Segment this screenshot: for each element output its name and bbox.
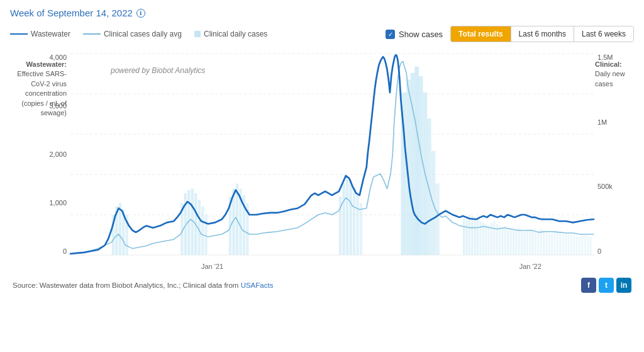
legend-clinical-avg-icon	[83, 33, 101, 35]
y-tick-right-1.5m: 1.5M	[594, 54, 634, 61]
last-6-months-button[interactable]: Last 6 months	[511, 26, 574, 42]
x-label-jan22: Jan '22	[519, 263, 541, 270]
svg-rect-63	[523, 232, 525, 255]
show-cases-label: Show cases	[399, 30, 443, 39]
legend-clinical-daily-label: Clinical daily cases	[204, 30, 267, 38]
last-6-weeks-button[interactable]: Last 6 weeks	[574, 26, 633, 42]
svg-rect-64	[526, 230, 528, 255]
svg-rect-35	[342, 183, 345, 255]
svg-rect-83	[579, 237, 580, 255]
legend-wastewater-label: Wastewater	[31, 30, 70, 38]
svg-rect-14	[435, 183, 440, 255]
info-icon[interactable]: ℹ	[136, 9, 145, 18]
legend-clinical-daily-icon	[194, 31, 201, 37]
svg-rect-37	[349, 180, 352, 255]
legend-clinical-avg: Clinical cases daily avg	[83, 30, 182, 38]
svg-rect-43	[469, 215, 470, 255]
y-tick-3000: 3,000	[10, 102, 70, 110]
svg-rect-59	[513, 230, 514, 255]
svg-rect-68	[537, 230, 539, 255]
svg-rect-45	[474, 217, 476, 255]
week-title: Week of September 14, 2022	[10, 8, 133, 18]
svg-rect-40	[360, 203, 362, 255]
svg-rect-48	[482, 222, 484, 255]
controls-row: Wastewater Clinical cases daily avg Clin…	[10, 26, 634, 42]
show-cases-checkbox[interactable]: ✓	[386, 30, 395, 39]
svg-rect-12	[427, 118, 431, 255]
svg-rect-66	[531, 230, 533, 255]
y-tick-0: 0	[10, 247, 70, 255]
svg-rect-77	[562, 234, 564, 255]
svg-rect-38	[353, 187, 355, 255]
svg-rect-76	[559, 233, 561, 255]
svg-rect-61	[518, 228, 520, 255]
svg-rect-80	[570, 236, 572, 255]
svg-rect-69	[540, 229, 542, 255]
y-tick-4000: 4,000	[10, 54, 70, 61]
chart-legend: Wastewater Clinical cases daily avg Clin…	[10, 30, 267, 38]
svg-rect-49	[485, 224, 487, 255]
show-cases-wrapper: ✓ Show cases	[386, 30, 443, 39]
chart-area: Wastewater: Effective SARS-CoV-2 virus c…	[10, 47, 634, 274]
svg-rect-70	[543, 230, 545, 255]
y-tick-1000: 1,000	[10, 199, 70, 207]
svg-rect-84	[581, 236, 583, 255]
source-text: Source: Wastewater data from Biobot Anal…	[13, 281, 273, 289]
y-tick-right-1m: 1M	[594, 118, 634, 126]
svg-rect-56	[504, 226, 506, 255]
svg-rect-86	[587, 236, 589, 255]
svg-rect-9	[414, 67, 419, 255]
svg-rect-87	[589, 237, 591, 255]
svg-rect-82	[576, 236, 578, 255]
svg-rect-55	[501, 228, 503, 255]
y-tick-right-0: 0	[594, 247, 634, 255]
y-tick-right-500k: 500k	[594, 183, 634, 190]
svg-rect-39	[356, 195, 358, 255]
svg-rect-75	[557, 232, 558, 255]
svg-rect-58	[509, 229, 511, 255]
svg-rect-44	[471, 216, 473, 255]
svg-rect-36	[346, 177, 348, 255]
legend-clinical-daily: Clinical daily cases	[194, 30, 267, 38]
y-axis-left: 4,000 3,000 2,000 1,000 0	[10, 47, 70, 274]
svg-rect-27	[204, 215, 207, 255]
svg-rect-25	[198, 200, 201, 255]
chart-svg	[70, 54, 594, 255]
svg-rect-60	[515, 229, 517, 255]
footer: Source: Wastewater data from Biobot Anal…	[10, 278, 634, 293]
svg-rect-85	[584, 234, 586, 255]
svg-rect-47	[479, 221, 481, 255]
time-range-button-group: Total results Last 6 months Last 6 weeks	[450, 26, 634, 42]
svg-rect-74	[554, 230, 556, 255]
social-icons: f t in	[581, 278, 631, 293]
svg-rect-73	[551, 232, 553, 255]
svg-rect-10	[419, 76, 423, 255]
svg-rect-26	[201, 207, 204, 255]
x-label-jan21: Jan '21	[201, 263, 223, 270]
svg-rect-54	[499, 226, 501, 255]
chart-inner	[70, 54, 594, 255]
svg-rect-79	[567, 234, 569, 255]
svg-rect-67	[535, 232, 536, 255]
svg-rect-71	[545, 232, 547, 255]
svg-rect-42	[465, 216, 467, 255]
legend-wastewater-icon	[10, 33, 28, 35]
usafacts-link[interactable]: USAFacts	[241, 281, 274, 289]
y-axis-right: 1.5M 1M 500k 0	[594, 47, 634, 274]
svg-rect-78	[565, 233, 567, 255]
svg-rect-81	[573, 234, 575, 255]
total-results-button[interactable]: Total results	[451, 26, 511, 42]
svg-rect-46	[477, 219, 479, 255]
x-labels: Jan '21 Jan '22	[70, 263, 594, 270]
svg-rect-50	[487, 225, 489, 255]
linkedin-icon[interactable]: in	[616, 278, 631, 293]
svg-rect-62	[521, 230, 523, 255]
right-controls: ✓ Show cases Total results Last 6 months…	[386, 26, 634, 42]
svg-rect-41	[463, 219, 465, 255]
svg-rect-65	[529, 229, 531, 255]
facebook-icon[interactable]: f	[581, 278, 596, 293]
svg-rect-72	[548, 233, 550, 255]
legend-wastewater: Wastewater	[10, 30, 70, 38]
svg-rect-57	[507, 228, 509, 255]
twitter-icon[interactable]: t	[599, 278, 614, 293]
